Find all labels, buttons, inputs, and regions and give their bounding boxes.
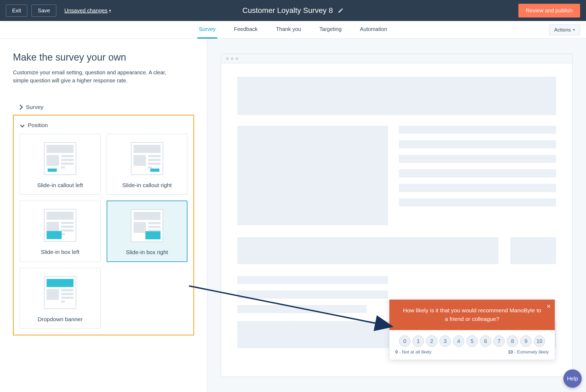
accordion-survey-label: Survey xyxy=(26,104,43,110)
thumb-box-left xyxy=(44,209,76,242)
thumb-callout-right xyxy=(131,142,163,175)
option-label: Slide-in callout left xyxy=(37,182,83,188)
top-bar: Exit Save Unsaved changes ▾ Customer Loy… xyxy=(0,0,586,21)
thumb-box-right xyxy=(131,209,163,242)
thumb-callout-left xyxy=(44,142,76,175)
main-area: Make the survey your own Customize your … xyxy=(0,39,586,392)
option-slide-in-callout-right[interactable]: Slide-in callout right xyxy=(107,134,188,195)
window-dot-icon xyxy=(236,57,238,60)
chevron-down-icon xyxy=(20,123,25,128)
thumb-dropdown-banner xyxy=(44,276,76,309)
nps-score-2[interactable]: 2 xyxy=(426,335,437,347)
survey-popup: ✕ How likely is it that you would recomm… xyxy=(389,299,555,360)
nps-low-text: - Not at all likely xyxy=(398,349,431,355)
side-heading: Make the survey your own xyxy=(13,52,194,63)
option-dropdown-banner[interactable]: Dropdown banner xyxy=(20,268,101,329)
edit-title-icon[interactable] xyxy=(338,8,344,13)
side-description: Customize your email setting, question a… xyxy=(13,68,180,85)
tab-automation[interactable]: Automation xyxy=(358,21,389,38)
option-label: Slide-in box left xyxy=(41,249,79,255)
survey-question: How likely is it that you would recommen… xyxy=(403,307,541,322)
nps-score-0[interactable]: 0 xyxy=(399,335,410,347)
nps-high-text: - Extremely likely xyxy=(513,349,549,355)
nps-score-9[interactable]: 9 xyxy=(520,335,532,347)
tab-bar: Survey Feedback Thank you Targeting Auto… xyxy=(0,21,586,39)
tab-feedback[interactable]: Feedback xyxy=(232,21,259,38)
survey-popup-header: ✕ How likely is it that you would recomm… xyxy=(389,300,555,330)
browser-preview: ✕ How likely is it that you would recomm… xyxy=(221,54,573,377)
chevron-right-icon xyxy=(18,104,23,110)
position-panel-highlight: Position Slide-in callout left xyxy=(13,115,194,335)
nps-score-6[interactable]: 6 xyxy=(480,335,491,347)
nps-scale-labels: 0 - Not at all likely 10 - Extremely lik… xyxy=(389,349,555,360)
nps-score-8[interactable]: 8 xyxy=(507,335,518,347)
actions-dropdown[interactable]: Actions ▾ xyxy=(549,24,580,35)
actions-label: Actions xyxy=(554,27,571,33)
option-label: Slide-in callout right xyxy=(122,182,172,188)
page-title: Customer Loyalty Survey 8 xyxy=(242,6,333,15)
accordion-position[interactable]: Position xyxy=(20,120,187,134)
option-slide-in-box-right[interactable]: Slide-in box right xyxy=(107,201,188,262)
exit-button[interactable]: Exit xyxy=(6,5,27,17)
nps-score-4[interactable]: 4 xyxy=(453,335,464,347)
caret-down-icon: ▾ xyxy=(573,28,575,32)
unsaved-changes-label: Unsaved changes xyxy=(64,8,107,14)
nps-score-1[interactable]: 1 xyxy=(413,335,424,347)
option-slide-in-box-left[interactable]: Slide-in box left xyxy=(20,201,101,262)
nps-score-5[interactable]: 5 xyxy=(466,335,478,347)
option-slide-in-callout-left[interactable]: Slide-in callout left xyxy=(20,134,101,195)
option-label: Slide-in box right xyxy=(126,249,168,256)
tab-thank-you[interactable]: Thank you xyxy=(274,21,303,38)
accordion-position-label: Position xyxy=(28,122,48,128)
position-options-grid: Slide-in callout left Slide-in callout r… xyxy=(20,134,187,329)
nps-scale: 0 1 2 3 4 5 6 7 8 9 10 xyxy=(389,330,555,349)
help-fab[interactable]: Help xyxy=(563,369,582,388)
preview-wrap: ✕ How likely is it that you would recomm… xyxy=(207,39,586,392)
nps-score-3[interactable]: 3 xyxy=(440,335,451,347)
nps-score-10[interactable]: 10 xyxy=(534,335,545,347)
nps-score-7[interactable]: 7 xyxy=(493,335,505,347)
unsaved-changes-dropdown[interactable]: Unsaved changes ▾ xyxy=(64,8,111,14)
window-dot-icon xyxy=(226,57,229,60)
option-label: Dropdown banner xyxy=(38,316,83,323)
window-dot-icon xyxy=(231,57,233,60)
review-and-publish-button[interactable]: Review and publish xyxy=(518,4,580,18)
accordion-survey[interactable]: Survey xyxy=(13,99,194,116)
caret-down-icon: ▾ xyxy=(109,8,111,13)
nps-high-num: 10 xyxy=(508,349,513,355)
close-icon[interactable]: ✕ xyxy=(546,302,551,311)
tab-survey[interactable]: Survey xyxy=(197,21,217,38)
save-button[interactable]: Save xyxy=(32,5,56,17)
browser-chrome xyxy=(221,54,572,63)
tab-targeting[interactable]: Targeting xyxy=(318,21,343,38)
side-panel: Make the survey your own Customize your … xyxy=(0,39,207,392)
